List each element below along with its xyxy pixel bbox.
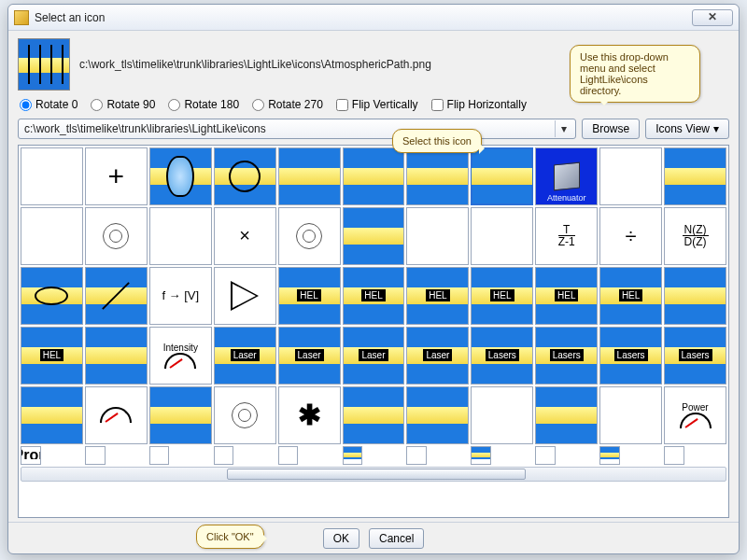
close-button[interactable]: ✕ — [692, 9, 733, 26]
browse-button[interactable]: Browse — [582, 119, 640, 139]
rotate-270-radio[interactable]: Rotate 270 — [252, 98, 323, 111]
icon-cell-ellipse[interactable] — [21, 267, 83, 325]
content-area: c:\work_tls\timelike\trunk\libraries\Lig… — [8, 31, 739, 522]
icon-cell-blank[interactable] — [85, 446, 106, 465]
icon-cell-hel[interactable]: HEL — [471, 267, 533, 325]
icon-cell-blank[interactable] — [664, 446, 684, 465]
icon-cell-atm[interactable] — [471, 147, 533, 205]
app-icon — [14, 10, 29, 25]
icon-cell-bend[interactable] — [406, 207, 469, 265]
icon-cell-plane[interactable] — [599, 386, 662, 444]
icon-cell-times[interactable]: × — [214, 207, 276, 265]
icon-cell-gauge[interactable] — [85, 386, 148, 444]
chevron-down-icon: ▾ — [713, 122, 719, 135]
icon-cell-blank[interactable] — [471, 446, 491, 465]
icon-cell-pipe[interactable] — [664, 147, 726, 205]
icon-cell-pipe[interactable] — [343, 207, 405, 265]
icon-cell-divide[interactable]: ÷ — [599, 207, 662, 265]
icon-cell-blank[interactable] — [214, 446, 234, 465]
icon-cell-laser[interactable]: Lasers — [664, 327, 726, 385]
icon-cell-target[interactable] — [85, 207, 148, 265]
icon-cell-laser[interactable]: Lasers — [535, 327, 598, 385]
selected-icon-path: c:\work_tls\timelike\trunk\libraries\Lig… — [79, 58, 431, 71]
horizontal-scrollbar[interactable] — [21, 467, 726, 482]
dialog-footer: OK Cancel — [8, 522, 739, 553]
rotate-180-radio[interactable]: Rotate 180 — [168, 98, 239, 111]
icon-cell-wheels[interactable] — [149, 446, 170, 465]
icon-cell-hel[interactable]: HEL — [599, 267, 662, 325]
icon-cell-grid2[interactable] — [21, 386, 83, 444]
icon-cell-axes[interactable] — [149, 207, 212, 265]
icon-cell-target[interactable] — [214, 386, 276, 444]
icon-cell-pipe[interactable] — [406, 147, 469, 205]
window-title: Select an icon — [35, 11, 692, 24]
icon-cell-blank[interactable] — [343, 446, 363, 465]
scrollbar-thumb[interactable] — [227, 469, 526, 480]
icon-cell-laser[interactable]: Laser — [406, 327, 469, 385]
icon-cell-blank[interactable] — [599, 446, 620, 465]
chevron-down-icon[interactable]: ▾ — [555, 120, 571, 137]
icon-cell-laser[interactable]: Laser — [214, 327, 276, 385]
rotate-90-radio[interactable]: Rotate 90 — [91, 98, 155, 111]
icon-cell-gauge[interactable]: Power — [664, 386, 726, 444]
icon-cell-plot[interactable] — [21, 147, 83, 205]
icon-grid-container: +Attenuator×TZ-1÷N(Z)D(Z)f → [V]HELHELHE… — [18, 145, 729, 518]
icon-cell-prop[interactable]: Prop — [21, 446, 41, 465]
icon-cell-slash[interactable] — [85, 267, 148, 325]
icons-view-button[interactable]: Icons View▾ — [645, 119, 729, 139]
titlebar: Select an icon ✕ — [8, 5, 739, 31]
ok-button[interactable]: OK — [323, 528, 359, 549]
icon-cell-laser[interactable]: Laser — [278, 327, 341, 385]
flip-horizontal-check[interactable]: Flip Horizontally — [431, 98, 527, 111]
icon-cell-check[interactable] — [406, 386, 469, 444]
icon-cell-pipe[interactable] — [278, 147, 341, 205]
icon-cell-target[interactable] — [278, 207, 341, 265]
icon-cell-frac[interactable]: TZ-1 — [535, 207, 598, 265]
directory-combo[interactable]: c:\work_tls\timelike\trunk\libraries\Lig… — [18, 119, 576, 139]
icon-cell-gauge[interactable]: Intensity — [149, 327, 212, 385]
icon-cell-grid[interactable] — [21, 207, 83, 265]
icon-cell-circle[interactable] — [214, 147, 276, 205]
callout-click-ok: Click "OK" — [196, 525, 264, 549]
icon-cell-pipe[interactable] — [535, 386, 598, 444]
icon-cell-plus[interactable]: + — [85, 147, 148, 205]
icon-cell-tri[interactable] — [214, 267, 276, 325]
flip-vertical-check[interactable]: Flip Vertically — [336, 98, 418, 111]
icon-cell-hel[interactable]: HEL — [21, 327, 83, 385]
icon-cell-laser[interactable]: Lasers — [471, 327, 533, 385]
icon-grid: +Attenuator×TZ-1÷N(Z)D(Z)f → [V]HELHELHE… — [21, 147, 726, 465]
icon-cell-pipe[interactable] — [343, 147, 405, 205]
icon-cell-pipe[interactable] — [85, 327, 148, 385]
rotate-0-radio[interactable]: Rotate 0 — [20, 98, 78, 111]
icon-cell-ring[interactable] — [599, 147, 662, 205]
icon-cell-hel[interactable]: HEL — [406, 267, 469, 325]
icon-cell-hel[interactable]: HEL — [535, 267, 598, 325]
icon-cell-blank[interactable] — [406, 446, 427, 465]
icon-cell-sq[interactable] — [471, 386, 533, 444]
icon-cell-asterisk[interactable]: ✱ — [278, 386, 341, 444]
icon-cell-laser[interactable]: Lasers — [599, 327, 662, 385]
icon-cell-lens[interactable] — [149, 147, 212, 205]
icon-cell-rocket[interactable] — [149, 386, 212, 444]
selected-icon-preview — [18, 38, 70, 91]
icon-cell-laser[interactable]: Laser — [343, 327, 405, 385]
icon-cell-fv[interactable]: f → [V] — [149, 267, 212, 325]
icon-cell-curve[interactable] — [471, 207, 533, 265]
icon-cell-frac[interactable]: N(Z)D(Z) — [664, 207, 726, 265]
icon-cell-arrow[interactable] — [278, 446, 299, 465]
icon-cell-att[interactable]: Attenuator — [535, 147, 598, 205]
cancel-button[interactable]: Cancel — [369, 528, 424, 549]
callout-dropdown: Use this drop-down menu and select Light… — [570, 45, 700, 103]
icon-cell-vee[interactable] — [343, 386, 405, 444]
icon-cell-hel[interactable]: HEL — [343, 267, 405, 325]
icon-cell-hel[interactable]: HEL — [278, 267, 341, 325]
icon-cell-pipe[interactable] — [664, 267, 726, 325]
directory-row: c:\work_tls\timelike\trunk\libraries\Lig… — [18, 119, 729, 139]
icon-cell-blank[interactable] — [535, 446, 556, 465]
callout-select-icon: Select this icon — [392, 129, 482, 153]
